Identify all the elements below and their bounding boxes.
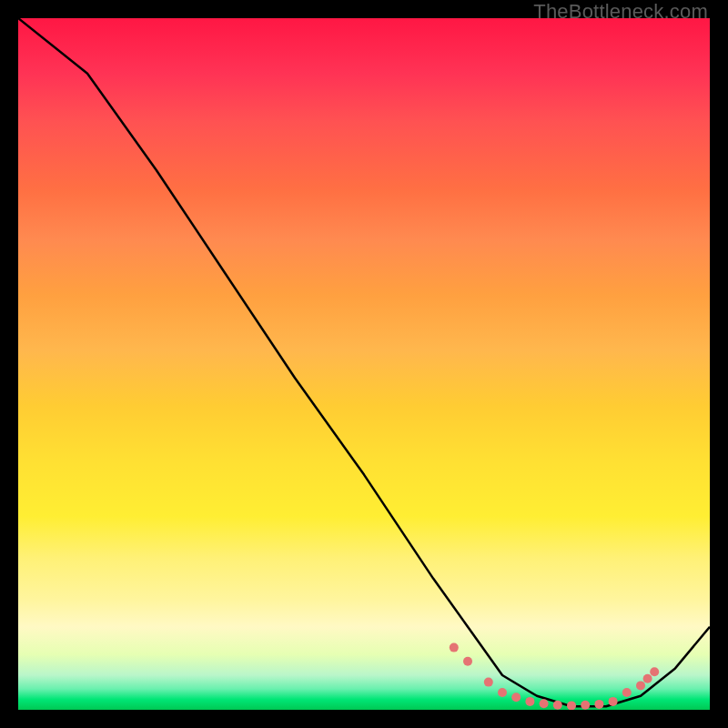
watermark-text: TheBottleneck.com xyxy=(533,0,708,24)
chart-container: TheBottleneck.com xyxy=(0,0,728,728)
chart-gradient-background xyxy=(18,18,710,710)
